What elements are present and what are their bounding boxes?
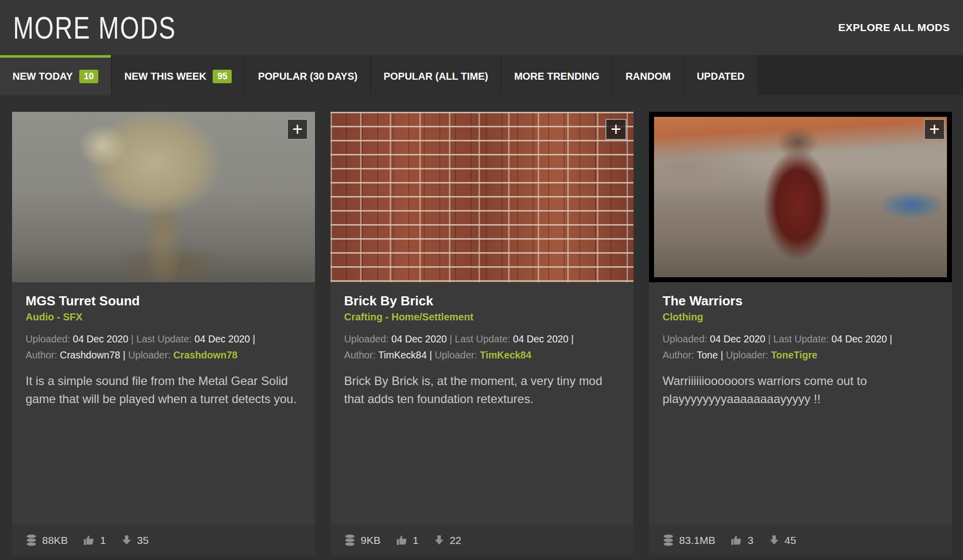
thumbs-up-icon bbox=[730, 534, 743, 546]
last-update-date: 04 Dec 2020 | bbox=[195, 333, 255, 344]
mod-card-body: Brick By Brick Crafting - Home/Settlemen… bbox=[331, 282, 633, 525]
tab-popular-30-days-label: POPULAR (30 DAYS) bbox=[258, 71, 357, 82]
file-size-stat: 83.1MB bbox=[662, 534, 715, 546]
tab-more-trending[interactable]: MORE TRENDING bbox=[502, 55, 612, 95]
tab-updated-label: UPDATED bbox=[697, 71, 744, 82]
endorsements-stat: 3 bbox=[730, 534, 753, 546]
downloads-stat: 35 bbox=[121, 534, 148, 546]
author-name: Tone | bbox=[697, 349, 723, 360]
warriors-scene-art bbox=[654, 117, 947, 277]
downloads-stat: 45 bbox=[768, 534, 796, 546]
mod-card-grid: + MGS Turret Sound Audio - SFX Uploaded:… bbox=[0, 95, 963, 560]
download-arrow-icon bbox=[433, 534, 445, 546]
database-icon bbox=[662, 534, 675, 546]
tab-new-this-week[interactable]: NEW THIS WEEK 95 bbox=[112, 55, 244, 95]
endorsements-value: 1 bbox=[413, 534, 419, 546]
uploaded-date: 04 Dec 2020 bbox=[73, 333, 128, 344]
mod-card-brick-by-brick: + Brick By Brick Crafting - Home/Settlem… bbox=[331, 112, 633, 555]
uploader-link[interactable]: ToneTigre bbox=[771, 349, 817, 360]
mod-category: Crafting - Home/Settlement bbox=[344, 311, 620, 323]
mod-meta: Uploaded: 04 Dec 2020 | Last Update: 04 … bbox=[663, 331, 938, 363]
downloads-value: 45 bbox=[784, 534, 796, 546]
page-title: MORE MODS bbox=[13, 10, 176, 46]
author-label: Author: bbox=[26, 349, 57, 360]
uploader-link[interactable]: Crashdown78 bbox=[174, 349, 238, 360]
mod-card-footer: 9KB 1 bbox=[331, 525, 633, 555]
tab-new-today-label: NEW TODAY bbox=[13, 71, 73, 82]
tab-bar: NEW TODAY 10 NEW THIS WEEK 95 POPULAR (3… bbox=[0, 55, 963, 95]
mod-meta: Uploaded: 04 Dec 2020 | Last Update: 04 … bbox=[26, 331, 301, 363]
more-mods-page: MORE MODS EXPLORE ALL MODS NEW TODAY 10 … bbox=[0, 0, 963, 560]
uploader-label: Uploader: bbox=[128, 349, 171, 360]
plus-icon: + bbox=[292, 119, 302, 139]
uploader-label: Uploader: bbox=[726, 349, 768, 360]
endorsements-value: 1 bbox=[100, 534, 106, 546]
downloads-value: 35 bbox=[137, 534, 148, 546]
mod-description: It is a simple sound file from the Metal… bbox=[26, 372, 301, 408]
uploaded-label: Uploaded: bbox=[663, 333, 707, 344]
tab-new-this-week-label: NEW THIS WEEK bbox=[124, 71, 206, 82]
new-this-week-count-badge: 95 bbox=[213, 70, 232, 84]
database-icon bbox=[25, 534, 38, 546]
mod-description: Brick By Brick is, at the moment, a very… bbox=[344, 372, 620, 408]
uploaded-label: Uploaded: bbox=[26, 333, 70, 344]
add-mod-button[interactable]: + bbox=[605, 119, 626, 140]
endorsements-value: 3 bbox=[747, 534, 753, 546]
explore-all-mods-link[interactable]: EXPLORE ALL MODS bbox=[838, 22, 950, 34]
download-arrow-icon bbox=[121, 534, 132, 546]
tab-new-today[interactable]: NEW TODAY 10 bbox=[0, 55, 111, 95]
uploaded-date: 04 Dec 2020 bbox=[710, 333, 765, 344]
add-mod-button[interactable]: + bbox=[924, 119, 945, 140]
mod-card-mgs-turret-sound: + MGS Turret Sound Audio - SFX Uploaded:… bbox=[12, 112, 315, 555]
tab-popular-all-time-label: POPULAR (ALL TIME) bbox=[384, 71, 489, 82]
tab-more-trending-label: MORE TRENDING bbox=[514, 71, 599, 82]
endorsements-stat: 1 bbox=[83, 534, 106, 546]
mod-title[interactable]: The Warriors bbox=[663, 293, 938, 309]
mod-card-body: The Warriors Clothing Uploaded: 04 Dec 2… bbox=[649, 282, 952, 525]
more-mods-header: MORE MODS EXPLORE ALL MODS bbox=[0, 0, 963, 55]
last-update-label: | Last Update: bbox=[449, 333, 510, 344]
tab-updated[interactable]: UPDATED bbox=[684, 55, 757, 95]
author-name: Crashdown78 | bbox=[60, 349, 125, 360]
add-mod-button[interactable]: + bbox=[287, 119, 308, 140]
downloads-stat: 22 bbox=[433, 534, 461, 546]
mod-card-the-warriors: + The Warriors Clothing Uploaded: 04 Dec… bbox=[649, 112, 952, 555]
tab-random-label: RANDOM bbox=[625, 71, 671, 82]
file-size-stat: 9KB bbox=[344, 534, 381, 546]
downloads-value: 22 bbox=[449, 534, 461, 546]
mod-category: Audio - SFX bbox=[26, 311, 301, 323]
mod-title[interactable]: Brick By Brick bbox=[344, 293, 620, 309]
uploader-label: Uploader: bbox=[435, 349, 477, 360]
mod-thumbnail-turret-robot[interactable]: + bbox=[12, 112, 315, 282]
last-update-label: | Last Update: bbox=[131, 333, 192, 344]
new-today-count-badge: 10 bbox=[79, 70, 98, 84]
plus-icon: + bbox=[929, 119, 939, 139]
mod-meta: Uploaded: 04 Dec 2020 | Last Update: 04 … bbox=[344, 331, 620, 363]
last-update-label: | Last Update: bbox=[768, 333, 829, 344]
file-size-value: 83.1MB bbox=[679, 534, 715, 546]
mod-title[interactable]: MGS Turret Sound bbox=[26, 293, 301, 309]
endorsements-stat: 1 bbox=[396, 534, 419, 546]
mod-card-footer: 83.1MB 3 bbox=[649, 525, 952, 555]
uploader-link[interactable]: TimKeck84 bbox=[480, 349, 532, 360]
tab-random[interactable]: RANDOM bbox=[613, 55, 683, 95]
file-size-value: 88KB bbox=[42, 534, 68, 546]
database-icon bbox=[344, 534, 356, 546]
last-update-date: 04 Dec 2020 | bbox=[513, 333, 574, 344]
uploaded-date: 04 Dec 2020 bbox=[391, 333, 447, 344]
author-name: TimKeck84 | bbox=[378, 349, 432, 360]
last-update-date: 04 Dec 2020 | bbox=[832, 333, 892, 344]
tab-popular-30-days[interactable]: POPULAR (30 DAYS) bbox=[245, 55, 370, 95]
file-size-value: 9KB bbox=[361, 534, 381, 546]
mod-card-footer: 88KB 1 bbox=[12, 525, 315, 555]
uploaded-label: Uploaded: bbox=[344, 333, 389, 344]
mod-thumbnail-warriors-scene[interactable]: + bbox=[649, 112, 952, 282]
author-label: Author: bbox=[344, 349, 376, 360]
mod-thumbnail-brick-wall[interactable]: + bbox=[331, 112, 633, 282]
author-label: Author: bbox=[663, 349, 694, 360]
mod-description: Warriiiiiioooooors warriors come out to … bbox=[663, 372, 938, 408]
thumbs-up-icon bbox=[83, 534, 95, 546]
tab-popular-all-time[interactable]: POPULAR (ALL TIME) bbox=[371, 55, 501, 95]
download-arrow-icon bbox=[768, 534, 780, 546]
plus-icon: + bbox=[610, 119, 621, 139]
